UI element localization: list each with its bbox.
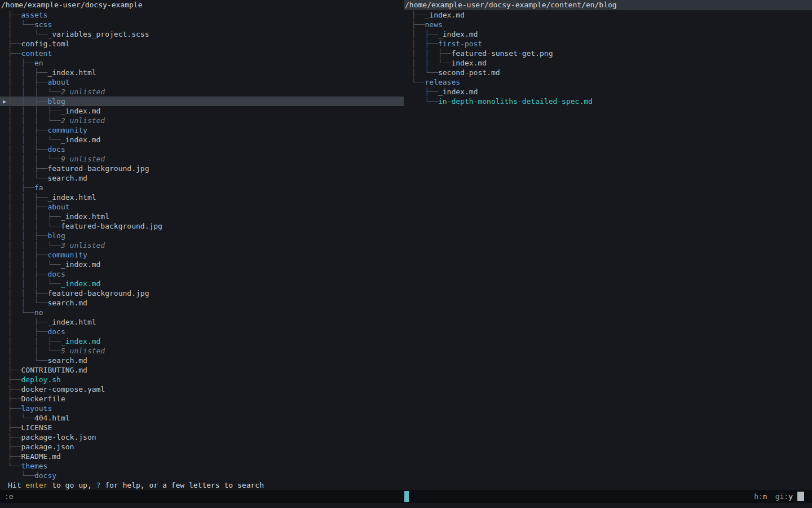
right-panel-path[interactable]: /home/example-user/docsy-example/content… — [404, 0, 812, 10]
tree-row-_index.md[interactable]: │ ├──_index.md — [404, 29, 812, 39]
scrollbar-thumb[interactable] — [797, 492, 804, 501]
tree-row-package-lock.json[interactable]: ├──package-lock.json — [0, 432, 404, 442]
tree-branch-guides: │ └── — [8, 308, 34, 317]
tree-row-featured-background.jpg[interactable]: │ │ ├──featured-background.jpg — [0, 288, 404, 298]
tree-row-in-depth-monoliths-detailed-spec.md[interactable]: └──in-depth-monoliths-detailed-spec.md — [404, 97, 812, 106]
unlisted-count-label: 2 unlisted — [61, 116, 105, 125]
directory-label: layouts — [21, 404, 52, 413]
tree-row-_index.md[interactable]: │ │ │ └──_index.md — [0, 135, 404, 144]
directory-label: en — [34, 59, 43, 67]
tree-branch-guides: │ └── — [8, 30, 47, 38]
file-label: _index.md — [61, 260, 100, 269]
tree-row-_index.md[interactable]: ├──_index.md — [404, 10, 812, 20]
tree-branch-guides: └── — [412, 78, 425, 86]
left-panel-input[interactable]: :e — [5, 490, 14, 503]
tree-branch-guides: ├── — [8, 443, 21, 451]
tree-row-readme.md[interactable]: ├──README.md — [0, 452, 404, 461]
file-label: featured-background.jpg — [47, 289, 149, 297]
unlisted-count-label: 5 unlisted — [61, 347, 105, 355]
tree-row-dockerfile[interactable]: ├──Dockerfile — [0, 394, 404, 404]
tree-branch-guides: │ ├── — [8, 183, 34, 192]
file-label: search.md — [47, 299, 87, 307]
tree-row-docker-compose.yaml[interactable]: ├──docker-compose.yaml — [0, 384, 404, 394]
tree-branch-guides: ├── — [8, 452, 21, 461]
tree-row-content[interactable]: ├──content — [0, 49, 404, 58]
tree-row-assets[interactable]: ├──assets — [0, 10, 404, 20]
tree-row-package.json[interactable]: ├──package.json — [0, 442, 404, 452]
tree-branch-guides: │ │ ├── — [8, 78, 47, 86]
tree-row-scss[interactable]: │ └──scss — [0, 20, 404, 29]
file-label: featured-sunset-get.png — [451, 49, 553, 58]
tree-row-404.html[interactable]: │ └──404.html — [0, 413, 404, 423]
file-label: _index.md — [61, 107, 100, 115]
tree-row-2-unlisted[interactable]: │ │ │ └──2 unlisted — [0, 87, 404, 97]
tree-row-_index.html[interactable]: │ ├──_index.html — [0, 317, 404, 327]
tree-branch-guides: │ │ │ ├── — [8, 212, 61, 221]
tree-row-search.md[interactable]: │ │ └──search.md — [0, 173, 404, 183]
tree-row-_index.md[interactable]: │ │ ├──_index.md — [0, 336, 404, 346]
unlisted-count-label: 9 unlisted — [61, 155, 105, 163]
tree-row-featured-background.jpg[interactable]: │ │ │ └──featured-background.jpg — [0, 221, 404, 231]
tree-row-docs[interactable]: │ │ ├──docs — [0, 144, 404, 154]
tree-row-about[interactable]: │ │ ├──about — [0, 202, 404, 212]
tree-row-docs[interactable]: │ ├──docs — [0, 327, 404, 336]
tree-row-_index.html[interactable]: │ │ │ ├──_index.html — [0, 212, 404, 221]
tree-row-9-unlisted[interactable]: │ │ │ └──9 unlisted — [0, 154, 404, 164]
tree-row-search.md[interactable]: │ └──search.md — [0, 356, 404, 365]
tree-row-config.toml[interactable]: ├──config.toml — [0, 39, 404, 49]
tree-branch-guides: │ ├── — [8, 327, 47, 336]
tree-row-community[interactable]: │ │ ├──community — [0, 250, 404, 260]
file-tree-panel-right: /home/example-user/docsy-example/content… — [404, 0, 812, 480]
tree-row-_index.md[interactable]: │ │ │ ├──_index.md — [0, 106, 404, 116]
tree-branch-guides: ├── — [8, 423, 21, 432]
text-cursor[interactable] — [404, 491, 409, 502]
tree-row-blog[interactable]: │ │ ├──blog — [0, 231, 404, 240]
tree-row-releases[interactable]: └──releases — [404, 77, 812, 87]
tree-row-featured-background.jpg[interactable]: │ │ ├──featured-background.jpg — [0, 164, 404, 173]
tree-row-contributing.md[interactable]: ├──CONTRIBUTING.md — [0, 365, 404, 375]
tree-row-second-post.md[interactable]: │ └──second-post.md — [404, 68, 812, 77]
left-panel-path[interactable]: /home/example-user/docsy-example — [0, 0, 404, 10]
tree-row-search.md[interactable]: │ │ └──search.md — [0, 298, 404, 308]
tree-row-_index.html[interactable]: │ │ ├──_index.html — [0, 68, 404, 77]
tree-branch-guides: │ │ └── — [412, 59, 451, 67]
file-label: docker-compose.yaml — [21, 385, 105, 393]
tree-row-featured-sunset-get.png[interactable]: │ │ ├──featured-sunset-get.png — [404, 49, 812, 58]
directory-label: blog — [47, 231, 65, 240]
tree-branch-guides: │ └── — [412, 68, 438, 77]
tree-branch-guides: │ └── — [8, 356, 47, 365]
tree-row-index.md[interactable]: │ │ └──index.md — [404, 58, 812, 68]
file-label: _index.md — [61, 279, 100, 288]
directory-label: releases — [425, 78, 460, 86]
tree-row-deploy.sh[interactable]: ├──deploy.sh — [0, 375, 404, 384]
tree-row-first-post[interactable]: │ ├──first-post — [404, 39, 812, 49]
tree-row-_variables_project.scss[interactable]: │ └──_variables_project.scss — [0, 29, 404, 39]
tree-row-en[interactable]: │ ├──en — [0, 58, 404, 68]
tree-row-license[interactable]: ├──LICENSE — [0, 423, 404, 432]
status-text: for help, or a few letters to search — [100, 481, 264, 489]
tree-row-blog[interactable]: ▶│ │ ├──blog — [0, 97, 404, 106]
tree-row-2-unlisted[interactable]: │ │ │ └──2 unlisted — [0, 116, 404, 125]
tree-row-_index.html[interactable]: │ │ ├──_index.html — [0, 192, 404, 202]
tree-row-5-unlisted[interactable]: │ │ └──5 unlisted — [0, 346, 404, 356]
tree-row-3-unlisted[interactable]: │ │ │ └──3 unlisted — [0, 240, 404, 250]
left-tree: ├──assets│ └──scss│ └──_variables_projec… — [0, 10, 404, 480]
tree-row-no[interactable]: │ └──no — [0, 308, 404, 317]
tree-branch-guides: │ │ ├── — [8, 68, 47, 77]
tree-row-fa[interactable]: │ ├──fa — [0, 183, 404, 192]
enter-key-hint: enter — [25, 481, 47, 489]
file-label: index.md — [451, 59, 487, 67]
tree-row-_index.md[interactable]: │ │ │ └──_index.md — [0, 279, 404, 288]
tree-row-_index.md[interactable]: ├──_index.md — [404, 87, 812, 97]
tree-branch-guides: ├── — [8, 385, 21, 393]
tree-branch-guides: │ │ ├── — [8, 97, 47, 106]
tree-row-news[interactable]: ├──news — [404, 20, 812, 29]
tree-row-layouts[interactable]: ├──layouts — [0, 404, 404, 413]
tree-row-about[interactable]: │ │ ├──about — [0, 77, 404, 87]
tree-row-_index.md[interactable]: │ │ │ └──_index.md — [0, 260, 404, 269]
tree-row-docs[interactable]: │ │ ├──docs — [0, 269, 404, 279]
tree-row-themes[interactable]: └──themes — [0, 461, 404, 471]
tree-row-docsy[interactable]: └──docsy — [0, 471, 404, 480]
tree-branch-guides: ├── — [8, 49, 21, 58]
tree-row-community[interactable]: │ │ ├──community — [0, 125, 404, 135]
